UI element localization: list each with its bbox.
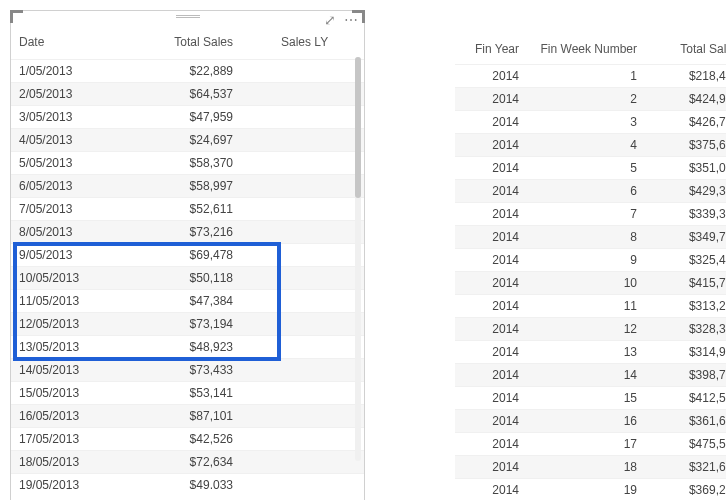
col-date[interactable]: Date bbox=[11, 29, 115, 60]
resize-handle-tl[interactable] bbox=[10, 10, 23, 23]
table-row[interactable]: 20146$429,343 bbox=[455, 180, 726, 203]
table-row[interactable]: 3/05/2013$47,959 bbox=[11, 106, 364, 129]
table-row[interactable]: 201413$314,927 bbox=[455, 341, 726, 364]
table-row[interactable]: 201410$415,700 bbox=[455, 272, 726, 295]
table-row[interactable]: 20148$349,700 bbox=[455, 226, 726, 249]
more-options-icon[interactable]: ⋯ bbox=[344, 13, 358, 27]
table-row[interactable]: 18/05/2013$72,634 bbox=[11, 451, 364, 474]
col-total-sales[interactable]: Total Sales bbox=[115, 29, 273, 60]
table-row[interactable]: 8/05/2013$73,216 bbox=[11, 221, 364, 244]
table-row[interactable]: 1/05/2013$22,889 bbox=[11, 60, 364, 83]
table-row[interactable]: 7/05/2013$52,611 bbox=[11, 198, 364, 221]
table-row[interactable]: 201419$369,244 bbox=[455, 479, 726, 501]
scrollbar[interactable] bbox=[355, 57, 361, 461]
table-row[interactable]: 16/05/2013$87,101 bbox=[11, 405, 364, 428]
table-row[interactable]: 201411$313,276 bbox=[455, 295, 726, 318]
scrollbar-thumb[interactable] bbox=[355, 57, 361, 198]
table-row[interactable]: 10/05/2013$50,118 bbox=[11, 267, 364, 290]
col-total-sales-r[interactable]: Total Sales bbox=[655, 36, 726, 65]
table-row[interactable]: 20141$218,452 bbox=[455, 65, 726, 88]
table-row[interactable]: 201416$361,660 bbox=[455, 410, 726, 433]
table-row[interactable]: 19/05/2013$49,033 bbox=[11, 474, 364, 490]
table-row[interactable]: 12/05/2013$73,194 bbox=[11, 313, 364, 336]
col-fin-year[interactable]: Fin Year bbox=[455, 36, 533, 65]
table-row[interactable]: 17/05/2013$42,526 bbox=[11, 428, 364, 451]
table-row[interactable]: 5/05/2013$58,370 bbox=[11, 152, 364, 175]
table-row[interactable]: 201415$412,582 bbox=[455, 387, 726, 410]
table-row[interactable]: 14/05/2013$73,433 bbox=[11, 359, 364, 382]
left-table: Date Total Sales Sales LY 1/05/2013$22,8… bbox=[11, 29, 364, 489]
table-row[interactable]: 201417$475,583 bbox=[455, 433, 726, 456]
drag-grip[interactable] bbox=[176, 15, 200, 19]
left-visual-frame[interactable]: ⤢ ⋯ Date Total Sales Sales LY 1/05/2013$… bbox=[10, 10, 365, 500]
table-row[interactable]: 4/05/2013$24,697 bbox=[11, 129, 364, 152]
right-table: Fin Year Fin Week Number Total Sales 201… bbox=[455, 36, 726, 500]
table-row[interactable]: 6/05/2013$58,997 bbox=[11, 175, 364, 198]
table-row[interactable]: 20142$424,998 bbox=[455, 88, 726, 111]
table-row[interactable]: 20144$375,688 bbox=[455, 134, 726, 157]
table-row[interactable]: 20143$426,791 bbox=[455, 111, 726, 134]
table-row[interactable]: 9/05/2013$69,478 bbox=[11, 244, 364, 267]
table-row[interactable]: 20145$351,097 bbox=[455, 157, 726, 180]
table-row[interactable]: 201418$321,611 bbox=[455, 456, 726, 479]
table-row[interactable]: 15/05/2013$53,141 bbox=[11, 382, 364, 405]
table-row[interactable]: 2/05/2013$64,537 bbox=[11, 83, 364, 106]
table-row[interactable]: 20147$339,302 bbox=[455, 203, 726, 226]
table-row[interactable]: 11/05/2013$47,384 bbox=[11, 290, 364, 313]
table-row[interactable]: 20149$325,427 bbox=[455, 249, 726, 272]
table-row[interactable]: 201414$398,758 bbox=[455, 364, 726, 387]
col-sales-ly[interactable]: Sales LY bbox=[273, 29, 364, 60]
focus-mode-icon[interactable]: ⤢ bbox=[324, 13, 336, 27]
col-fin-week[interactable]: Fin Week Number bbox=[533, 36, 655, 65]
table-row[interactable]: 201412$328,388 bbox=[455, 318, 726, 341]
table-row[interactable]: 13/05/2013$48,923 bbox=[11, 336, 364, 359]
